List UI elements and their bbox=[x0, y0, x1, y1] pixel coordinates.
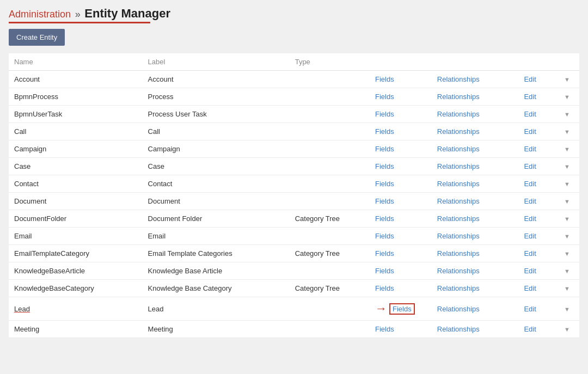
breadcrumb-admin[interactable]: Administration bbox=[9, 11, 73, 19]
relationships-link[interactable]: Relationships bbox=[437, 162, 480, 170]
title-underline bbox=[9, 22, 150, 23]
fields-link[interactable]: Fields bbox=[375, 162, 394, 170]
edit-link[interactable]: Edit bbox=[524, 325, 536, 333]
chevron-down-icon: ▼ bbox=[564, 198, 570, 205]
dropdown-cell[interactable]: ▼ bbox=[559, 106, 579, 123]
dropdown-cell[interactable]: ▼ bbox=[559, 71, 579, 88]
dropdown-cell[interactable]: ▼ bbox=[559, 140, 579, 158]
relationships-cell: Relationships bbox=[432, 88, 519, 106]
relationships-link[interactable]: Relationships bbox=[437, 93, 480, 101]
entity-type bbox=[290, 158, 370, 175]
edit-cell: Edit bbox=[518, 280, 559, 297]
edit-link[interactable]: Edit bbox=[524, 214, 536, 223]
fields-link[interactable]: Fields bbox=[375, 232, 394, 240]
edit-cell: Edit bbox=[518, 175, 559, 193]
entity-table: Name Label Type AccountAccountFieldsRela… bbox=[9, 53, 579, 338]
entity-type: Category Tree bbox=[290, 280, 370, 297]
table-row: DocumentDocumentFieldsRelationshipsEdit▼ bbox=[9, 193, 579, 210]
dropdown-cell[interactable]: ▼ bbox=[559, 210, 579, 228]
create-entity-button[interactable]: Create Entity bbox=[9, 29, 65, 46]
edit-link[interactable]: Edit bbox=[524, 249, 536, 257]
fields-cell: Fields bbox=[370, 228, 432, 245]
edit-link[interactable]: Edit bbox=[524, 93, 536, 101]
chevron-down-icon: ▼ bbox=[564, 146, 570, 152]
fields-link[interactable]: Fields bbox=[375, 284, 394, 292]
fields-cell: Fields bbox=[370, 123, 432, 140]
edit-link[interactable]: Edit bbox=[524, 180, 536, 188]
relationships-link[interactable]: Relationships bbox=[437, 145, 480, 153]
fields-arrow-wrapper: →Fields bbox=[375, 302, 426, 316]
relationships-link[interactable]: Relationships bbox=[437, 180, 480, 188]
fields-link[interactable]: Fields bbox=[375, 325, 394, 333]
dropdown-cell[interactable]: ▼ bbox=[559, 321, 579, 338]
table-row: CaseCaseFieldsRelationshipsEdit▼ bbox=[9, 158, 579, 175]
entity-type bbox=[290, 140, 370, 158]
fields-link[interactable]: Fields bbox=[375, 197, 394, 205]
fields-link[interactable]: Fields bbox=[375, 127, 394, 136]
fields-link[interactable]: Fields bbox=[375, 75, 394, 83]
relationships-link[interactable]: Relationships bbox=[437, 232, 480, 240]
relationships-cell: Relationships bbox=[432, 106, 519, 123]
fields-link[interactable]: Fields bbox=[375, 145, 394, 153]
dropdown-cell[interactable]: ▼ bbox=[559, 262, 579, 280]
dropdown-cell[interactable]: ▼ bbox=[559, 280, 579, 297]
entity-name: Case bbox=[9, 158, 143, 175]
edit-link[interactable]: Edit bbox=[524, 284, 536, 292]
entity-name-lead[interactable]: Lead bbox=[14, 305, 30, 313]
edit-link[interactable]: Edit bbox=[524, 305, 536, 313]
entity-label: Account bbox=[143, 71, 290, 88]
col-header-fields bbox=[370, 53, 432, 71]
dropdown-cell[interactable]: ▼ bbox=[559, 193, 579, 210]
dropdown-cell[interactable]: ▼ bbox=[559, 245, 579, 262]
fields-cell: Fields bbox=[370, 245, 432, 262]
breadcrumb-separator: » bbox=[75, 9, 81, 20]
chevron-down-icon: ▼ bbox=[564, 250, 570, 257]
fields-link[interactable]: Fields bbox=[375, 93, 394, 101]
dropdown-cell[interactable]: ▼ bbox=[559, 175, 579, 193]
col-header-relationships bbox=[432, 53, 519, 71]
edit-link[interactable]: Edit bbox=[524, 232, 536, 240]
fields-link[interactable]: Fields bbox=[375, 214, 394, 223]
page-wrapper: Administration » Entity Manager Create E… bbox=[0, 0, 588, 374]
dropdown-cell[interactable]: ▼ bbox=[559, 158, 579, 175]
chevron-down-icon: ▼ bbox=[564, 181, 570, 187]
chevron-down-icon: ▼ bbox=[564, 326, 570, 333]
relationships-link[interactable]: Relationships bbox=[437, 75, 480, 83]
edit-link[interactable]: Edit bbox=[524, 267, 536, 275]
entity-type: Category Tree bbox=[290, 210, 370, 228]
fields-link[interactable]: Fields bbox=[375, 249, 394, 257]
relationships-link[interactable]: Relationships bbox=[437, 214, 480, 223]
relationships-link[interactable]: Relationships bbox=[437, 325, 480, 333]
edit-link[interactable]: Edit bbox=[524, 110, 536, 118]
fields-link-highlighted[interactable]: Fields bbox=[389, 303, 415, 315]
edit-link[interactable]: Edit bbox=[524, 75, 536, 83]
entity-label: Email bbox=[143, 228, 290, 245]
edit-link[interactable]: Edit bbox=[524, 197, 536, 205]
col-header-label: Label bbox=[143, 53, 290, 71]
fields-link[interactable]: Fields bbox=[375, 267, 394, 275]
entity-type bbox=[290, 193, 370, 210]
edit-link[interactable]: Edit bbox=[524, 162, 536, 170]
dropdown-cell[interactable]: ▼ bbox=[559, 228, 579, 245]
fields-cell: Fields bbox=[370, 210, 432, 228]
relationships-link[interactable]: Relationships bbox=[437, 249, 480, 257]
relationships-link[interactable]: Relationships bbox=[437, 305, 480, 313]
relationships-link[interactable]: Relationships bbox=[437, 284, 480, 292]
edit-link[interactable]: Edit bbox=[524, 145, 536, 153]
fields-link[interactable]: Fields bbox=[375, 180, 394, 188]
admin-link[interactable]: Administration bbox=[9, 9, 71, 20]
page-title: Entity Manager bbox=[84, 7, 170, 20]
entity-type bbox=[290, 297, 370, 321]
dropdown-cell[interactable]: ▼ bbox=[559, 88, 579, 106]
fields-link[interactable]: Fields bbox=[375, 110, 394, 118]
edit-link[interactable]: Edit bbox=[524, 127, 536, 136]
relationships-link[interactable]: Relationships bbox=[437, 127, 480, 136]
relationships-cell: Relationships bbox=[432, 321, 519, 338]
table-row: CampaignCampaignFieldsRelationshipsEdit▼ bbox=[9, 140, 579, 158]
relationships-link[interactable]: Relationships bbox=[437, 267, 480, 275]
entity-type bbox=[290, 321, 370, 338]
dropdown-cell[interactable]: ▼ bbox=[559, 123, 579, 140]
relationships-link[interactable]: Relationships bbox=[437, 197, 480, 205]
dropdown-cell[interactable]: ▼ bbox=[559, 297, 579, 321]
relationships-link[interactable]: Relationships bbox=[437, 110, 480, 118]
